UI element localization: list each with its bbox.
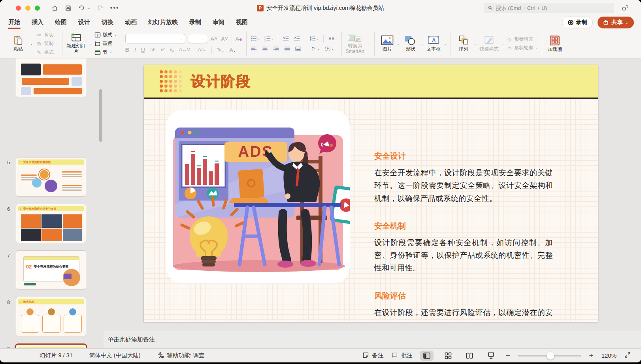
slide-title-bar[interactable]: 设计阶段 xyxy=(144,65,598,99)
arrange-chevron-icon[interactable]: ⌄ xyxy=(475,42,477,45)
search-input[interactable] xyxy=(496,5,611,11)
slide-canvas[interactable]: 设计阶段 xyxy=(144,65,598,322)
notes-toggle-button[interactable]: 备注 xyxy=(362,352,383,360)
new-slide-button[interactable]: 新建幻灯片 xyxy=(66,33,85,54)
tab-review[interactable]: 审阅 xyxy=(212,16,225,30)
slide-illustration[interactable]: ADS xyxy=(166,110,350,283)
tab-record[interactable]: 录制 xyxy=(189,16,202,30)
slide-section[interactable]: 风险评估 在设计阶段，还需要进行风险评估，以确定潜在的安全威胁和漏洞，并采取相应… xyxy=(374,291,553,321)
accessibility-status[interactable]: 辅助功能: 调查 xyxy=(167,352,205,359)
language-indicator[interactable]: 简体中文 (中国大陆) xyxy=(89,352,141,359)
undo-chevron-icon[interactable]: ⌄ xyxy=(87,6,90,10)
sidebar-scrollbar[interactable] xyxy=(99,89,102,142)
zoom-in-button[interactable]: + xyxy=(589,351,594,360)
font-size-combo[interactable]: ⌄ xyxy=(189,34,207,43)
thumbnail-slide-7[interactable]: 02 安全开发流程的核心要素 xyxy=(16,250,86,290)
search-box[interactable]: 🔍︎ xyxy=(484,3,614,13)
smartart-chevron-icon[interactable]: ⌄ xyxy=(368,42,370,45)
minimize-window-button[interactable] xyxy=(25,6,30,11)
zoom-out-button[interactable]: − xyxy=(505,351,510,360)
section-body[interactable]: 在安全开发流程中，设计阶段是实现安全要求的关键环节。这一阶段需要制定安全策略、设… xyxy=(374,167,553,205)
quick-styles-chevron-icon[interactable]: ⌄ xyxy=(501,42,504,45)
reset-button[interactable]: 重置 xyxy=(94,40,117,47)
slide-title[interactable]: 设计阶段 xyxy=(191,72,251,91)
columns-button[interactable]: ⌄ xyxy=(328,36,337,41)
slide-section[interactable]: 安全机制 设计阶段需要确定各种安全机制，如访问控制、加密、身份验证等，以保护产品… xyxy=(374,221,553,275)
shape-fill-button[interactable]: ◇形状填充⌄ xyxy=(506,36,538,43)
tab-animations[interactable]: 动画 xyxy=(124,16,137,30)
record-button[interactable]: 录制 xyxy=(562,17,593,28)
notes-placeholder[interactable]: 单击此处添加备注 xyxy=(107,336,155,343)
fit-slide-to-window-icon[interactable] xyxy=(624,352,631,359)
section-heading[interactable]: 风险评估 xyxy=(374,291,553,301)
undo-icon[interactable] xyxy=(78,4,85,11)
normal-view-button[interactable] xyxy=(420,351,434,361)
format-painter-button[interactable]: ✎格式 xyxy=(36,49,58,56)
justify-button[interactable] xyxy=(284,46,290,52)
tab-home[interactable]: 开始 xyxy=(8,16,21,30)
addins-button[interactable]: 加载项 xyxy=(546,35,564,53)
reading-view-button[interactable] xyxy=(463,351,476,361)
comments-toggle-button[interactable]: 批注 xyxy=(391,352,412,360)
change-case-button[interactable]: Aa⌄ xyxy=(198,47,206,53)
thumbnail-slide-9-selected[interactable]: ⠿设计阶段 ADS xyxy=(15,343,87,348)
more-toolbar-icon[interactable]: ••• xyxy=(110,4,119,11)
thumbnail-slide-8[interactable]: ⠿需求分析 xyxy=(16,297,86,336)
redo-icon[interactable] xyxy=(97,4,104,11)
tab-transitions[interactable]: 切换 xyxy=(101,16,114,30)
underline-button[interactable]: U xyxy=(141,47,145,53)
close-window-button[interactable] xyxy=(16,6,21,11)
shape-outline-button[interactable]: ▱形状轮廓⌄ xyxy=(506,45,538,51)
section-body[interactable]: 在设计阶段，还需要进行风险评估，以确定潜在的安全威胁和漏洞，并采取相应的缓解措施… xyxy=(374,306,553,321)
increase-font-icon[interactable]: A˄ xyxy=(211,36,218,42)
paste-button[interactable]: 粘贴 xyxy=(9,35,27,52)
fullscreen-window-button[interactable] xyxy=(35,6,40,11)
zoom-slider-knob[interactable] xyxy=(547,352,554,360)
font-color-button[interactable]: A⌄ xyxy=(230,47,236,53)
italic-button[interactable]: I xyxy=(134,47,136,53)
zoom-slider[interactable] xyxy=(518,355,581,356)
align-text-button[interactable]: ⌄ xyxy=(324,46,334,52)
presence-icon[interactable] xyxy=(620,4,629,12)
tab-view[interactable]: 视图 xyxy=(236,16,248,30)
strikethrough-button[interactable]: ab xyxy=(150,47,155,53)
share-button[interactable]: 共享 ⌄ xyxy=(598,17,634,28)
convert-to-smartart-button[interactable]: 转换为SmartArt xyxy=(346,33,364,54)
zoom-level[interactable]: 120% xyxy=(601,352,616,359)
thumbnail-slide-6[interactable]: ⠿安全开发流程的历史与发展 xyxy=(16,204,86,243)
thumbnail-slide-4[interactable] xyxy=(16,58,86,98)
section-heading[interactable]: 安全机制 xyxy=(374,221,553,231)
line-spacing-button[interactable]: ⌄ xyxy=(309,36,319,41)
new-slide-chevron-icon[interactable]: ⌄ xyxy=(89,42,91,45)
slideshow-button[interactable] xyxy=(484,351,498,361)
clear-formatting-icon[interactable]: A◆ xyxy=(236,36,242,42)
tab-draw[interactable]: 绘图 xyxy=(55,16,67,30)
distribute-button[interactable] xyxy=(295,46,302,52)
bullets-button[interactable]: ⌄ xyxy=(251,36,260,41)
layout-button[interactable]: 版式⌄ xyxy=(94,32,117,38)
align-right-button[interactable] xyxy=(273,46,279,52)
picture-button[interactable]: 图片 xyxy=(379,35,396,52)
shapes-chevron-icon[interactable]: ⌄ xyxy=(420,42,423,45)
decrease-indent-button[interactable] xyxy=(283,36,289,41)
tab-insert[interactable]: 插入 xyxy=(31,16,44,30)
decrease-font-icon[interactable]: A˅ xyxy=(221,36,228,42)
font-name-combo[interactable]: ⌄ xyxy=(125,34,185,43)
cut-button[interactable]: ✂剪切 xyxy=(36,32,58,38)
section-button[interactable]: 节⌄ xyxy=(94,49,117,56)
shapes-button[interactable]: 形状 xyxy=(402,35,419,52)
tab-design[interactable]: 设计 xyxy=(78,16,90,30)
section-body[interactable]: 设计阶段需要确定各种安全机制，如访问控制、加密、身份验证等，以保护产品或系统的机… xyxy=(374,236,553,275)
increase-indent-button[interactable] xyxy=(294,36,300,41)
align-center-button[interactable] xyxy=(262,46,268,52)
notes-pane[interactable]: 单击此处添加备注 xyxy=(104,331,641,348)
character-spacing-button[interactable]: A↔V⌄ xyxy=(179,47,193,53)
picture-chevron-icon[interactable]: ⌄ xyxy=(398,42,400,45)
align-left-button[interactable] xyxy=(251,46,257,52)
home-icon[interactable] xyxy=(51,4,58,11)
copy-button[interactable]: ⧉复制⌄ xyxy=(36,40,58,47)
quick-styles-button[interactable]: 快速样式 xyxy=(480,35,499,52)
slide-editor-canvas[interactable]: 设计阶段 xyxy=(104,58,641,331)
arrange-button[interactable]: 排列 xyxy=(455,35,472,52)
tab-slideshow[interactable]: 幻灯片放映 xyxy=(148,16,178,30)
